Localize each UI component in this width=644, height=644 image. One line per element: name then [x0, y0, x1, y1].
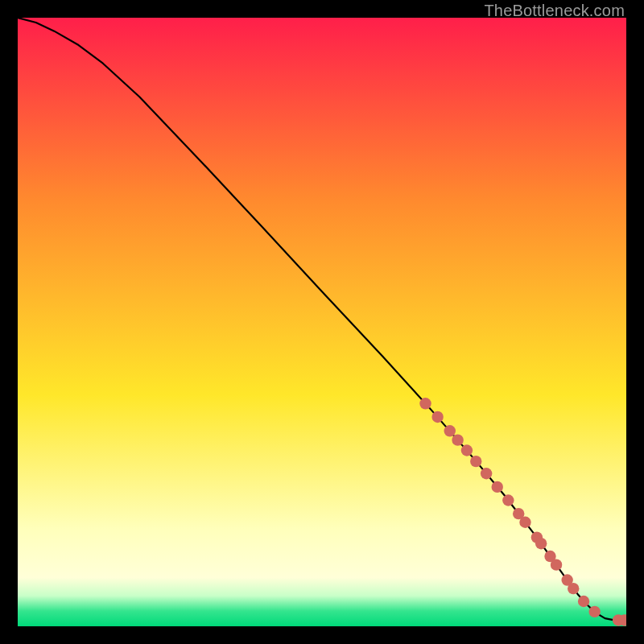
data-point [535, 538, 547, 549]
data-point [419, 398, 431, 409]
data-point [551, 559, 562, 570]
data-point [431, 411, 443, 423]
data-point [502, 494, 514, 506]
attribution-text: TheBottleneck.com [484, 2, 625, 20]
data-point [568, 583, 579, 594]
data-point [519, 517, 530, 528]
data-point [492, 481, 503, 493]
data-point [481, 468, 492, 479]
data-point [578, 596, 589, 607]
data-point [588, 606, 600, 617]
chart-plot [18, 18, 626, 626]
data-point [470, 456, 481, 467]
data-point [452, 434, 463, 445]
chart-frame [18, 18, 626, 626]
data-point [461, 444, 473, 456]
data-point [444, 425, 456, 436]
